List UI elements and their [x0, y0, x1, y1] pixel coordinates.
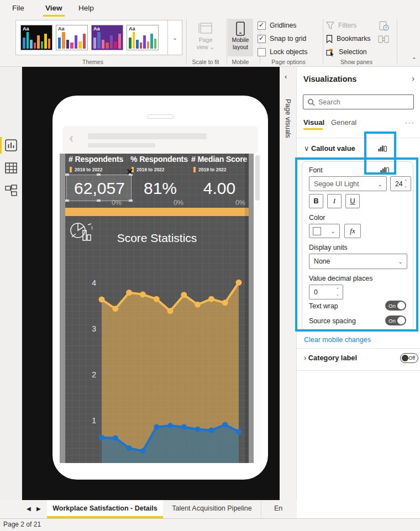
performance-analyzer-icon: [379, 21, 389, 31]
ribbon-divider: [227, 19, 227, 64]
subtitle-placeholder: [88, 143, 155, 148]
more-options-icon[interactable]: · · ·: [405, 118, 413, 127]
show-panes-group-label: Show panes: [326, 59, 387, 65]
display-units-label: Display units: [309, 244, 348, 251]
theme-thumbnail[interactable]: Aa: [91, 25, 123, 50]
themes-group-label: Themes: [54, 59, 132, 65]
text-wrap-toggle[interactable]: On: [385, 301, 406, 311]
menu-view[interactable]: View: [43, 0, 65, 17]
sync-slicers-icon: [378, 34, 389, 44]
decimal-places-label: Value decimal places: [309, 275, 372, 282]
collapse-pane-chevron-icon[interactable]: ‹: [285, 72, 287, 81]
mobile-layout-canvas[interactable]: # Respondents % Respondents # Median Sco…: [65, 154, 249, 463]
chevron-right-icon: ›: [304, 354, 306, 362]
callout-value-section-header[interactable]: ∨ Callout value: [304, 144, 355, 153]
font-family-dropdown[interactable]: Segoe UI Light⌄: [309, 176, 387, 191]
chevron-down-icon: ∨: [304, 144, 309, 153]
tab-general[interactable]: General: [331, 118, 356, 127]
chevron-down-icon: ⌄: [398, 259, 403, 265]
mobile-format-icon: [380, 165, 389, 174]
snap-to-grid-checkbox[interactable]: ✓: [258, 35, 266, 43]
menu-file[interactable]: File: [10, 0, 27, 17]
spinner-arrows-icon[interactable]: ⌃⌄: [335, 287, 340, 297]
data-view-icon[interactable]: [5, 162, 17, 174]
italic-button[interactable]: I: [327, 194, 342, 208]
themes-gallery[interactable]: AaAaAaAa ⌄: [15, 20, 182, 55]
theme-thumbnail[interactable]: Aa: [20, 25, 53, 50]
source-spacing-toggle[interactable]: On: [385, 316, 406, 325]
decimal-places-stepper[interactable]: 0 ⌃⌄: [309, 285, 343, 299]
canvas-edge-shade: [245, 154, 249, 463]
page-tab-strip: ◀ ▶ Workplace Satisfaction - Details Tal…: [22, 500, 297, 518]
y-axis-tick: 2: [82, 370, 96, 379]
ribbon-collapse-chevron-icon[interactable]: ⌃: [412, 56, 417, 64]
ribbon: AaAaAaAa ⌄ Themes Page view ⌄ Scale to f…: [0, 17, 420, 67]
font-label: Font: [309, 166, 323, 174]
selection-pane-button[interactable]: Selection: [326, 47, 367, 57]
menu-bar: File View Help: [0, 0, 420, 17]
spinner-arrows-icon[interactable]: ⌃⌄: [403, 178, 408, 188]
title-placeholder: [88, 133, 207, 139]
y-axis-tick: 3: [82, 324, 96, 333]
filters-pane-button: Filters: [326, 20, 356, 30]
clear-mobile-changes-link[interactable]: Clear mobile changes: [304, 336, 371, 344]
page-visuals-label: Page visuals: [284, 99, 292, 138]
prev-page-arrow-icon[interactable]: ◀: [27, 506, 31, 512]
mobile-layout-button[interactable]: Mobile layout: [228, 19, 253, 56]
page-tab[interactable]: Talent Acquisition Pipeline: [163, 500, 261, 518]
page-visuals-strip: ‹ Page visuals: [280, 67, 297, 500]
phone-back-chevron-icon[interactable]: ‹: [69, 130, 74, 146]
chevron-down-icon: ⌄: [331, 228, 335, 234]
mobile-layout-icon: [236, 22, 245, 36]
search-box[interactable]: [303, 94, 414, 109]
themes-expand-chevron-icon[interactable]: ⌄: [167, 20, 182, 55]
bold-button[interactable]: B: [309, 194, 323, 208]
gridlines-checkbox[interactable]: ✓: [258, 22, 266, 30]
display-units-dropdown[interactable]: None⌄: [309, 254, 407, 269]
color-label: Color: [309, 214, 325, 222]
theme-thumbnail[interactable]: Aa: [56, 25, 88, 50]
page-tab[interactable]: En: [261, 500, 297, 518]
menu-help[interactable]: Help: [76, 0, 96, 17]
next-page-arrow-icon[interactable]: ▶: [36, 506, 41, 512]
scale-to-fit-group-label: Scale to fit: [187, 59, 224, 65]
text-wrap-label: Text wrap: [309, 302, 338, 310]
category-label-section-header[interactable]: › Category label: [304, 354, 357, 362]
search-input[interactable]: [318, 96, 411, 108]
phone-header-skeleton: ‹: [62, 126, 258, 154]
color-dropdown[interactable]: ⌄: [309, 224, 340, 238]
bookmark-icon: [326, 35, 333, 43]
chevron-down-icon: ⌄: [378, 181, 382, 187]
lock-objects-checkbox-row[interactable]: ✓ Lock objects: [258, 47, 319, 57]
search-icon: [307, 98, 315, 106]
lock-objects-checkbox[interactable]: ✓: [258, 48, 266, 56]
view-sidebar: [0, 67, 22, 500]
callout-value-card: Font Segoe UI Light⌄ 24 ⌃⌄ B I U Color ⌄…: [302, 161, 413, 330]
page-view-button[interactable]: Page view ⌄: [188, 19, 223, 56]
theme-thumbnail[interactable]: Aa: [127, 25, 159, 50]
color-swatch: [313, 227, 321, 235]
underline-button[interactable]: U: [345, 194, 360, 208]
mobile-format-icon: [378, 144, 387, 153]
y-axis-tick: 4: [82, 278, 96, 287]
phone-scrollbar-track[interactable]: [254, 154, 261, 463]
page-tab[interactable]: Workplace Satisfaction - Details: [47, 500, 163, 518]
report-canvas: ‹ # Respondents % Respondents # Median S…: [22, 67, 280, 500]
pane-collapse-chevron-icon[interactable]: ›: [412, 74, 414, 83]
category-label-toggle[interactable]: Off: [400, 353, 418, 363]
model-view-icon[interactable]: [5, 185, 17, 197]
visualizations-pane: Visualizations › Visual General · · · ∨ …: [297, 67, 420, 518]
phone-scrollbar-thumb[interactable]: [255, 155, 260, 201]
gridlines-checkbox-row[interactable]: ✓ Gridlines: [258, 20, 319, 30]
y-axis-tick: 1: [82, 416, 96, 425]
bookmarks-pane-button[interactable]: Bookmarks: [326, 34, 371, 44]
fx-button[interactable]: fx: [344, 224, 361, 238]
font-size-stepper[interactable]: 24 ⌃⌄: [390, 176, 411, 191]
snap-to-grid-checkbox-row[interactable]: ✓ Snap to grid: [258, 34, 319, 44]
page-indicator: Page 2 of 21: [3, 521, 41, 528]
tab-visual[interactable]: Visual: [303, 118, 324, 127]
filter-funnel-icon: [326, 22, 334, 29]
report-view-icon[interactable]: [5, 139, 17, 151]
mobile-group-label: Mobile: [223, 59, 258, 65]
phone-screen: # Respondents % Respondents # Median Sco…: [60, 154, 261, 463]
